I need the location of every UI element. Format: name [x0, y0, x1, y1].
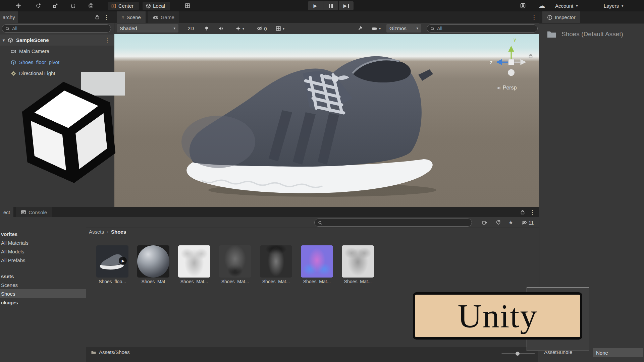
sidebar-item-scenes[interactable]: Scenes — [0, 281, 86, 289]
search-icon — [318, 221, 322, 225]
2d-toggle[interactable]: 2D — [184, 24, 197, 33]
sidebar-item-assets[interactable]: ssets — [0, 272, 86, 281]
hierarchy-item-shoes-floor-pivot[interactable]: Shoes_floor_pivot — [0, 57, 114, 68]
kebab-menu-icon[interactable]: ⋮ — [531, 14, 537, 20]
project-toolbar: ★ 11 — [0, 217, 539, 228]
asset-item[interactable]: ▶ Shoes_floo... — [92, 245, 132, 289]
grid-snapping-icon[interactable] — [183, 3, 192, 9]
chevron-down-icon: ▾ — [243, 26, 245, 31]
tab-console[interactable]: Console — [16, 207, 52, 217]
effects-dropdown[interactable]: ▾ — [231, 25, 249, 32]
layers-label: Layers — [604, 3, 619, 9]
project-tabstrip: ect Console ⋮ — [0, 207, 539, 218]
packages-visibility-icon[interactable] — [480, 219, 489, 226]
cloud-icon[interactable]: ☁ — [536, 1, 547, 10]
layers-dropdown[interactable]: Layers ▾ — [604, 1, 624, 10]
viewport-lock-icon[interactable] — [528, 53, 533, 59]
assetbundle-value: None — [596, 350, 608, 356]
foldout-arrow-icon[interactable]: ▾ — [3, 38, 5, 43]
gamepad-icon — [153, 15, 158, 20]
asset-thumbnail[interactable]: ▶ — [96, 245, 128, 278]
transform-tool-icon[interactable] — [86, 3, 96, 9]
kebab-menu-icon[interactable]: ⋮ — [104, 37, 110, 43]
play-button[interactable]: ▶ — [308, 1, 323, 10]
favorites-star-icon[interactable]: ★ — [506, 219, 515, 226]
kebab-menu-icon[interactable]: ⋮ — [103, 14, 109, 20]
thumbnail-size-slider[interactable] — [501, 352, 535, 356]
scene-orientation-gizmo[interactable] — [493, 43, 533, 78]
tab-project[interactable]: ect — [0, 207, 13, 217]
asset-title-label: Shoes (Default Asset) — [561, 31, 623, 38]
collab-icon[interactable] — [518, 2, 528, 9]
shading-mode-dropdown[interactable]: Shaded ▾ — [117, 24, 178, 33]
asset-label: Shoes_Mat — [133, 279, 173, 284]
audio-toggle-icon[interactable] — [217, 25, 225, 32]
rect-tool-icon[interactable] — [68, 3, 78, 9]
scene-search-input[interactable]: All — [427, 24, 538, 33]
sidebar-item-all-models[interactable]: All Models — [0, 247, 86, 256]
asset-thumbnail[interactable] — [301, 245, 333, 278]
pivot-center-button[interactable]: Center — [108, 2, 139, 10]
breadcrumb-root[interactable]: Assets — [89, 229, 104, 235]
orientation-local-button[interactable]: Local — [143, 2, 170, 10]
lock-icon[interactable] — [519, 209, 526, 215]
asset-thumbnail[interactable] — [178, 245, 210, 278]
hierarchy-item-main-camera[interactable]: Main Camera — [0, 46, 114, 57]
lock-icon[interactable] — [94, 14, 101, 20]
asset-thumbnail[interactable] — [137, 245, 169, 278]
tab-scene[interactable]: # Scene — [117, 11, 146, 23]
kebab-menu-icon[interactable]: ⋮ — [529, 209, 535, 215]
asset-item[interactable]: Shoes_Mat — [133, 245, 173, 289]
chevron-down-icon: ▾ — [379, 26, 381, 31]
tab-inspector[interactable]: Inspector — [542, 11, 580, 23]
camera-settings-dropdown[interactable]: ▾ — [369, 25, 384, 32]
hidden-count-toggle[interactable]: 11 — [519, 219, 536, 226]
asset-item[interactable]: Shoes_Mat... — [256, 245, 296, 289]
move-tool-icon[interactable] — [14, 3, 23, 9]
grid-visibility-dropdown[interactable]: ▾ — [271, 25, 289, 32]
hierarchy-search-input[interactable]: All — [2, 24, 111, 33]
step-button[interactable]: ▶ — [339, 1, 354, 10]
sidebar-item-shoes[interactable]: Shoes — [0, 289, 86, 298]
shoe-model[interactable] — [165, 41, 477, 199]
gizmos-dropdown[interactable]: Gizmos ▾ — [386, 24, 421, 33]
sidebar-item-all-prefabs[interactable]: All Prefabs — [0, 256, 86, 264]
unity-banner-text: Unity — [458, 297, 538, 335]
asset-thumbnail[interactable] — [342, 245, 374, 278]
folder-icon — [91, 350, 96, 355]
tab-hierarchy[interactable]: archy — [0, 11, 18, 23]
breadcrumb-current[interactable]: Shoes — [111, 229, 126, 235]
label-tag-icon[interactable] — [494, 219, 502, 226]
sidebar-item-packages[interactable]: ckages — [0, 298, 86, 307]
slider-knob[interactable] — [516, 352, 520, 356]
projection-toggle[interactable]: ⊲ Persp — [497, 85, 517, 91]
assetbundle-dropdown[interactable]: None — [593, 348, 643, 357]
sidebar-label: Scenes — [1, 282, 18, 288]
chevron-down-icon: ▾ — [283, 26, 285, 31]
asset-item[interactable]: Shoes_Mat... — [215, 245, 255, 289]
asset-thumbnail[interactable] — [260, 245, 292, 278]
lighting-toggle-icon[interactable] — [202, 25, 211, 32]
editor-tools-icon[interactable] — [356, 25, 364, 32]
asset-item[interactable]: Shoes_Mat... — [297, 245, 337, 289]
hierarchy-searchbar: All — [0, 23, 114, 34]
scene-viewport[interactable]: y z ⊲ Persp — [114, 34, 539, 207]
rotate-tool-icon[interactable] — [34, 3, 43, 9]
asset-item[interactable]: Shoes_Mat... — [174, 245, 214, 289]
sidebar-item-favorites[interactable]: vorites — [0, 230, 86, 238]
asset-thumbnail[interactable] — [219, 245, 251, 278]
scale-tool-icon[interactable] — [51, 3, 60, 9]
asset-label: Shoes_floo... — [92, 279, 132, 284]
pause-button[interactable] — [323, 1, 338, 10]
hidden-objects-toggle[interactable]: 0 — [254, 25, 270, 32]
asset-item[interactable]: Shoes_Mat... — [338, 245, 378, 289]
scene-header-row[interactable]: ▾ SampleScene ⋮ — [0, 35, 114, 46]
play-preview-icon[interactable]: ▶ — [119, 257, 127, 265]
asset-label: Shoes_Mat... — [256, 279, 296, 284]
tab-game-label: Game — [161, 14, 174, 20]
project-search-input[interactable] — [314, 219, 472, 227]
sidebar-item-all-materials[interactable]: All Materials — [0, 238, 86, 247]
tab-game[interactable]: Game — [148, 11, 179, 23]
account-dropdown[interactable]: Account ▾ — [555, 1, 578, 10]
tab-hierarchy-label: archy — [3, 14, 15, 20]
